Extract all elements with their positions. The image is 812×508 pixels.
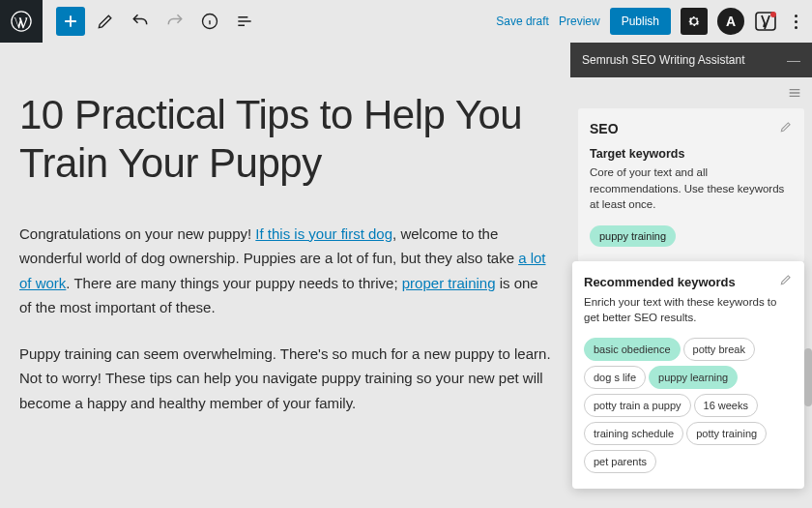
recommended-chip[interactable]: pet parents <box>584 450 656 473</box>
popup-desc: Enrich your text with these keywords to … <box>584 294 793 325</box>
recommended-chip[interactable]: basic obedience <box>584 338 681 361</box>
text: Congratulations on your new puppy! <box>19 225 255 242</box>
paragraph-2[interactable]: Puppy training can seem overwhelming. Th… <box>19 342 551 416</box>
top-toolbar: Save draft Preview Publish A <box>0 0 812 43</box>
recommended-chip[interactable]: dog s life <box>584 366 646 389</box>
edit-mode-button[interactable] <box>91 7 120 36</box>
preview-link[interactable]: Preview <box>559 15 600 28</box>
yoast-icon[interactable] <box>754 10 777 33</box>
seo-panel: SEO Target keywords Core of your text an… <box>578 108 804 262</box>
recommended-chip[interactable]: potty train a puppy <box>584 394 691 417</box>
scrollbar-thumb[interactable] <box>804 348 812 406</box>
publish-button[interactable]: Publish <box>610 8 671 35</box>
outline-button[interactable] <box>230 7 259 36</box>
link-first-dog[interactable]: If this is your first dog <box>255 225 392 242</box>
post-title[interactable]: 10 Practical Tips to Help You Train Your… <box>19 91 551 189</box>
save-draft-link[interactable]: Save draft <box>496 15 549 28</box>
sidebar-header-title: Semrush SEO Writing Assistant <box>582 53 745 67</box>
seo-panel-title: SEO <box>590 121 619 136</box>
plugin-a-icon[interactable]: A <box>717 8 744 35</box>
recommended-chip[interactable]: potty break <box>683 338 755 361</box>
text: . There are many things your puppy needs… <box>66 275 401 291</box>
redo-button[interactable] <box>160 7 189 36</box>
edit-recommended-icon[interactable] <box>779 273 793 290</box>
undo-button[interactable] <box>126 7 155 36</box>
recommended-chip[interactable]: training schedule <box>584 422 683 445</box>
collapse-icon[interactable]: — <box>787 52 800 68</box>
more-options-button[interactable] <box>787 15 804 29</box>
post-body[interactable]: Congratulations on your new puppy! If th… <box>19 222 551 416</box>
recommended-keywords-popup: Recommended keywords Enrich your text wi… <box>572 261 804 489</box>
toolbar-left-group <box>56 7 259 36</box>
add-block-button[interactable] <box>56 7 85 36</box>
sidebar-menu-button[interactable] <box>570 77 812 108</box>
wordpress-logo[interactable] <box>0 0 43 43</box>
toolbar-right-group: Save draft Preview Publish A <box>496 8 804 35</box>
link-proper-training[interactable]: proper training <box>402 275 496 291</box>
sidebar-header[interactable]: Semrush SEO Writing Assistant — <box>570 43 812 77</box>
recommended-chip-list: basic obediencepotty breakdog s lifepupp… <box>584 335 793 475</box>
target-keywords-label: Target keywords <box>590 147 793 161</box>
popup-title: Recommended keywords <box>584 275 736 289</box>
paragraph-1[interactable]: Congratulations on your new puppy! If th… <box>19 222 551 320</box>
target-keyword-chip[interactable]: puppy training <box>590 225 676 247</box>
target-keywords-desc: Core of your text and all recommendation… <box>590 164 793 213</box>
recommended-chip[interactable]: potty training <box>686 422 767 445</box>
recommended-chip[interactable]: puppy learning <box>649 366 738 389</box>
svg-point-3 <box>770 12 776 17</box>
edit-seo-icon[interactable] <box>779 120 793 137</box>
settings-gear-button[interactable] <box>681 8 708 35</box>
editor-canvas: 10 Practical Tips to Help You Train Your… <box>0 43 570 508</box>
info-button[interactable] <box>195 7 224 36</box>
recommended-chip[interactable]: 16 weeks <box>694 394 758 417</box>
